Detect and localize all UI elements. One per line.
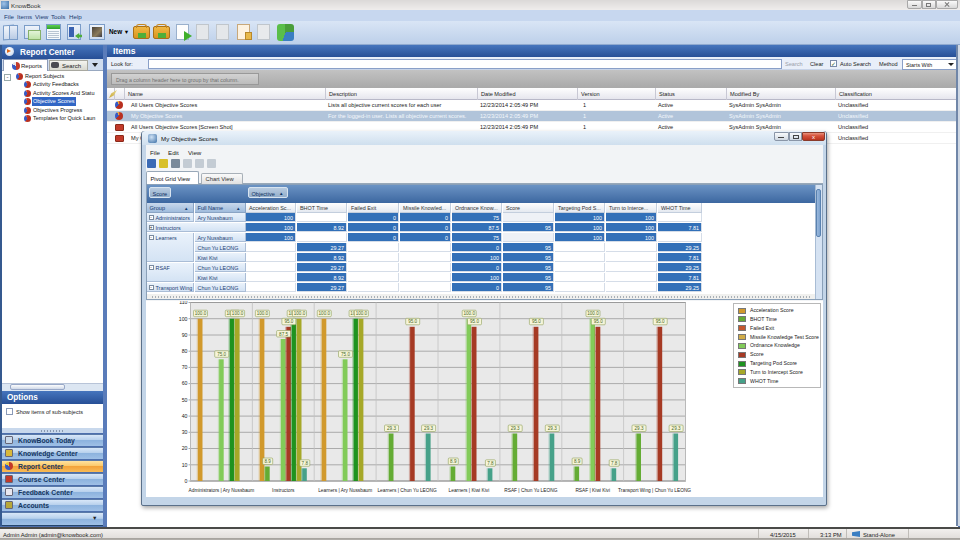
svg-text:29.3: 29.3 xyxy=(547,426,556,431)
svg-text:100.0: 100.0 xyxy=(293,311,305,316)
svg-text:29.3: 29.3 xyxy=(671,426,680,431)
svg-text:70: 70 xyxy=(181,364,187,370)
svg-text:100.0: 100.0 xyxy=(194,311,206,316)
svg-text:Transport Wing | Chun Yu LEONG: Transport Wing | Chun Yu LEONG xyxy=(618,488,691,493)
svg-text:100.0: 100.0 xyxy=(231,311,243,316)
svg-text:Learners | Kiwi Kivi: Learners | Kiwi Kivi xyxy=(448,488,489,493)
svg-text:29.3: 29.3 xyxy=(634,426,643,431)
svg-text:110: 110 xyxy=(179,301,187,305)
svg-text:29.3: 29.3 xyxy=(424,426,433,431)
svg-text:40: 40 xyxy=(181,413,187,419)
svg-text:Learners | Chun Yu LEONG: Learners | Chun Yu LEONG xyxy=(377,488,437,493)
svg-text:50: 50 xyxy=(181,397,187,403)
svg-text:Learners | Ary Nussbaum: Learners | Ary Nussbaum xyxy=(318,488,372,493)
svg-text:80: 80 xyxy=(181,348,187,354)
svg-text:29.3: 29.3 xyxy=(387,426,396,431)
svg-text:100.0: 100.0 xyxy=(318,311,330,316)
svg-text:87.5: 87.5 xyxy=(279,332,288,337)
svg-text:7.8: 7.8 xyxy=(301,461,308,466)
svg-text:29.3: 29.3 xyxy=(510,426,519,431)
svg-text:Administrators | Ary Nussbaum: Administrators | Ary Nussbaum xyxy=(188,488,254,493)
svg-text:RSAF | Kiwi Kivi: RSAF | Kiwi Kivi xyxy=(575,488,610,493)
svg-text:20: 20 xyxy=(181,445,187,451)
svg-text:10: 10 xyxy=(181,462,187,468)
svg-text:7.8: 7.8 xyxy=(487,461,494,466)
svg-text:8.9: 8.9 xyxy=(573,459,580,464)
svg-text:95.0: 95.0 xyxy=(284,319,293,324)
svg-text:0: 0 xyxy=(184,478,187,484)
svg-text:75.0: 75.0 xyxy=(217,352,226,357)
svg-text:75.0: 75.0 xyxy=(341,352,350,357)
svg-text:100.0: 100.0 xyxy=(256,311,268,316)
svg-text:7.8: 7.8 xyxy=(611,461,618,466)
svg-text:RSAF | Chun Yu LEONG: RSAF | Chun Yu LEONG xyxy=(504,488,557,493)
svg-text:90: 90 xyxy=(181,332,187,338)
svg-text:8.9: 8.9 xyxy=(450,459,457,464)
svg-text:100.0: 100.0 xyxy=(587,311,599,316)
svg-text:8.9: 8.9 xyxy=(264,459,271,464)
svg-text:100: 100 xyxy=(178,316,187,322)
svg-text:100.0: 100.0 xyxy=(463,311,475,316)
svg-text:30: 30 xyxy=(181,429,187,435)
svg-text:100.0: 100.0 xyxy=(355,311,367,316)
svg-text:95.0: 95.0 xyxy=(655,319,664,324)
svg-text:Instructors: Instructors xyxy=(272,488,295,493)
svg-text:95.0: 95.0 xyxy=(531,319,540,324)
svg-text:60: 60 xyxy=(181,380,187,386)
svg-text:95.0: 95.0 xyxy=(470,319,479,324)
svg-text:95.0: 95.0 xyxy=(593,319,602,324)
svg-text:95.0: 95.0 xyxy=(408,319,417,324)
